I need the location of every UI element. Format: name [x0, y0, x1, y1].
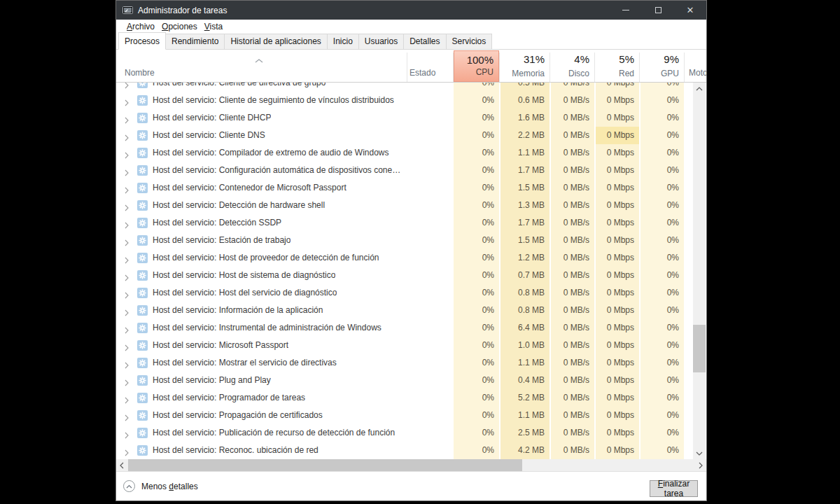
- cell-disco: 0 MB/s: [551, 214, 594, 232]
- tab-procesos[interactable]: Procesos: [118, 32, 166, 50]
- process-row[interactable]: Host del servicio: Estación de trabajo0%…: [116, 232, 706, 249]
- process-row[interactable]: Host del servicio: Host del servicio de …: [116, 284, 706, 302]
- expand-chevron-icon[interactable]: [125, 377, 129, 389]
- cell-red: 0 Mbps: [596, 372, 639, 389]
- menu-vista[interactable]: Vista: [201, 22, 226, 31]
- less-details-toggle[interactable]: [123, 480, 135, 492]
- process-row[interactable]: Host del servicio: Host de sistema de di…: [116, 267, 706, 284]
- expand-chevron-icon[interactable]: [125, 412, 129, 424]
- expand-chevron-icon[interactable]: [125, 219, 129, 232]
- process-name: Host del servicio: Microsoft Passport: [153, 337, 288, 354]
- process-row[interactable]: Host del servicio: Información de la apl…: [116, 302, 706, 319]
- header-separator: [550, 52, 550, 82]
- process-row[interactable]: Host del servicio: Compilador de extremo…: [116, 144, 706, 162]
- expand-chevron-icon[interactable]: [125, 342, 129, 354]
- maximize-button[interactable]: [642, 1, 674, 20]
- column-header-memoria[interactable]: 31% Memoria: [500, 50, 550, 83]
- column-header-nombre[interactable]: Nombre: [125, 68, 155, 78]
- process-row[interactable]: Host del servicio: Cliente DHCP0%1.6 MB0…: [116, 109, 706, 127]
- tab-servicios[interactable]: Servicios: [446, 34, 493, 50]
- chevron-up-icon: [126, 484, 132, 489]
- cell-disco: 0 MB/s: [551, 232, 594, 249]
- process-row[interactable]: Host del servicio: Instrumental de admin…: [116, 319, 706, 337]
- process-row[interactable]: Host del servicio: Mostrar el servicio d…: [116, 354, 706, 372]
- expand-chevron-icon[interactable]: [125, 202, 129, 214]
- column-header-red[interactable]: 5% Red: [596, 50, 639, 83]
- expand-chevron-icon[interactable]: [125, 184, 129, 197]
- process-name: Host del servicio: Información de la apl…: [153, 302, 323, 319]
- column-header-cpu[interactable]: 100% CPU: [454, 50, 499, 82]
- process-row[interactable]: Host del servicio: Cliente DNS0%2.2 MB0 …: [116, 127, 706, 144]
- process-name: Host del servicio: Cliente de seguimient…: [153, 92, 394, 109]
- close-button[interactable]: ✕: [674, 1, 706, 20]
- expand-chevron-icon[interactable]: [125, 114, 129, 127]
- expand-chevron-icon[interactable]: [125, 359, 129, 372]
- process-name: Host del servicio: Propagación de certif…: [153, 407, 323, 424]
- process-name: Host del servicio: Mostrar el servicio d…: [153, 354, 337, 372]
- cell-disco: 0 MB/s: [551, 302, 594, 319]
- horizontal-scrollbar-thumb[interactable]: [128, 459, 522, 471]
- expand-chevron-icon[interactable]: [125, 447, 129, 459]
- service-gear-icon: [137, 445, 148, 456]
- process-row[interactable]: Host del servicio: Detección SSDP0%1.7 M…: [116, 214, 706, 232]
- expand-chevron-icon[interactable]: [125, 149, 129, 162]
- cell-memoria: 0.5 MB: [500, 83, 550, 92]
- gpu-total-usage: 9%: [664, 53, 679, 65]
- expand-chevron-icon[interactable]: [125, 429, 129, 442]
- title-bar[interactable]: Administrador de tareas ✕: [116, 1, 706, 20]
- process-row[interactable]: Host del servicio: Cliente de directiva …: [116, 83, 706, 92]
- tab-historial-de-aplicaciones[interactable]: Historial de aplicaciones: [224, 34, 327, 50]
- expand-chevron-icon[interactable]: [125, 237, 129, 249]
- scroll-left-icon[interactable]: [116, 459, 127, 471]
- cell-red: 0 Mbps: [596, 197, 639, 214]
- cell-gpu: 0%: [640, 319, 684, 337]
- cell-red: 0 Mbps: [596, 284, 639, 302]
- expand-chevron-icon[interactable]: [125, 394, 129, 407]
- menu-opciones[interactable]: Opciones: [158, 22, 201, 31]
- horizontal-scrollbar[interactable]: [116, 459, 706, 471]
- column-header-motor[interactable]: Moto: [689, 68, 707, 78]
- process-row[interactable]: Host del servicio: Programador de tareas…: [116, 389, 706, 407]
- column-header-estado[interactable]: Estado: [410, 68, 435, 78]
- process-row[interactable]: Host del servicio: Contenedor de Microso…: [116, 179, 706, 197]
- process-row[interactable]: Host del servicio: Publicación de recurs…: [116, 424, 706, 442]
- process-row[interactable]: Host del servicio: Microsoft Passport0%1…: [116, 337, 706, 354]
- expand-chevron-icon[interactable]: [125, 97, 129, 109]
- scroll-up-icon[interactable]: [693, 83, 706, 94]
- expand-chevron-icon[interactable]: [125, 132, 129, 144]
- tab-inicio[interactable]: Inicio: [327, 34, 359, 50]
- minimize-button[interactable]: [610, 1, 642, 20]
- tab-detalles[interactable]: Detalles: [403, 34, 446, 50]
- menu-archivo[interactable]: Archivo: [123, 22, 158, 31]
- process-row[interactable]: Host del servicio: Cliente de seguimient…: [116, 92, 706, 109]
- expand-chevron-icon[interactable]: [125, 167, 129, 179]
- expand-chevron-icon[interactable]: [125, 289, 129, 302]
- tab-usuarios[interactable]: Usuarios: [358, 34, 404, 50]
- cell-disco: 0 MB/s: [551, 162, 594, 179]
- cell-cpu: 0%: [454, 354, 499, 372]
- process-row[interactable]: Host del servicio: Configuración automát…: [116, 162, 706, 179]
- column-header-gpu[interactable]: 9% GPU: [640, 50, 684, 83]
- cell-memoria: 0.6 MB: [500, 92, 550, 109]
- cell-disco: 0 MB/s: [551, 109, 594, 127]
- column-header-disco[interactable]: 4% Disco: [551, 50, 594, 83]
- vertical-scrollbar-thumb[interactable]: [693, 325, 706, 372]
- expand-chevron-icon[interactable]: [125, 83, 129, 92]
- expand-chevron-icon[interactable]: [125, 254, 129, 267]
- less-details-label[interactable]: Menos detalles: [141, 482, 198, 491]
- end-task-button[interactable]: Finalizar tarea: [650, 480, 698, 497]
- expand-chevron-icon[interactable]: [125, 324, 129, 337]
- cell-cpu: 0%: [454, 319, 499, 337]
- scroll-down-icon[interactable]: [693, 447, 706, 459]
- expand-chevron-icon[interactable]: [125, 272, 129, 284]
- scroll-right-icon[interactable]: [695, 459, 706, 471]
- tab-rendimiento[interactable]: Rendimiento: [165, 34, 225, 50]
- vertical-scrollbar[interactable]: [693, 83, 706, 459]
- expand-chevron-icon[interactable]: [125, 307, 129, 319]
- process-row[interactable]: Host del servicio: Reconoc. ubicación de…: [116, 442, 706, 459]
- process-row[interactable]: Host del servicio: Propagación de certif…: [116, 407, 706, 424]
- process-row[interactable]: Host del servicio: Host de proveedor de …: [116, 249, 706, 267]
- process-row[interactable]: Host del servicio: Plug and Play0%0.4 MB…: [116, 372, 706, 389]
- task-manager-window: Administrador de tareas ✕ Archivo Opcion…: [115, 0, 707, 501]
- process-row[interactable]: Host del servicio: Detección de hardware…: [116, 197, 706, 214]
